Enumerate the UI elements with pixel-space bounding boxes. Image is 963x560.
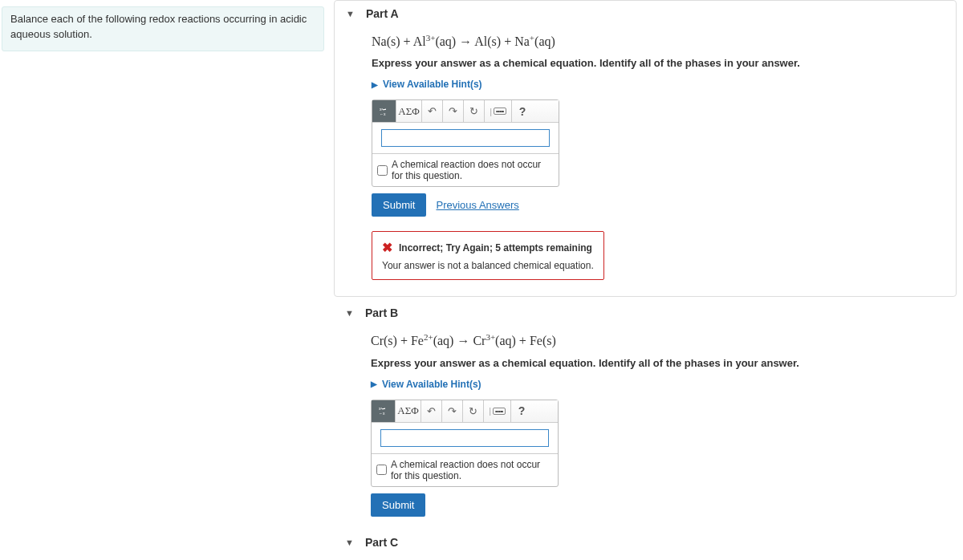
toolbar: x²⇌←x ΑΣΦ ↶ ↷ ↻ |••••• ? <box>372 400 558 423</box>
no-reaction-checkbox[interactable] <box>377 165 388 176</box>
feedback-body: Your answer is not a balanced chemical e… <box>382 260 594 271</box>
reset-button[interactable]: ↻ <box>463 400 484 422</box>
svg-text:←x: ←x <box>379 411 385 416</box>
triangle-right-icon: ▶ <box>372 80 378 89</box>
feedback-title: Incorrect; Try Again; 5 attempts remaini… <box>399 242 592 254</box>
part-a-title: Part A <box>366 7 399 20</box>
no-reaction-row[interactable]: A chemical reaction does not occur for t… <box>372 153 559 186</box>
part-b-header[interactable]: ▼ Part B <box>334 300 957 326</box>
part-b-instruction: Express your answer as a chemical equati… <box>371 357 933 369</box>
part-c-header[interactable]: ▼ Part C <box>334 530 957 555</box>
part-b-equation: Cr(s) + Fe2+(aq) → Cr3+(aq) + Fe(s) <box>371 332 933 348</box>
reset-button[interactable]: ↻ <box>464 100 485 122</box>
greek-symbols-button[interactable]: ΑΣΦ <box>396 100 422 122</box>
chevron-down-icon: ▼ <box>345 538 354 547</box>
no-reaction-checkbox[interactable] <box>376 465 387 475</box>
answer-box-b: x²⇌←x ΑΣΦ ↶ ↷ ↻ |••••• ? A chemical reac… <box>371 400 559 487</box>
previous-answers-link[interactable]: Previous Answers <box>436 199 518 211</box>
view-hints-link[interactable]: ▶ View Available Hint(s) <box>372 79 932 90</box>
no-reaction-row[interactable]: A chemical reaction does not occur for t… <box>372 453 558 486</box>
part-a-equation: Na(s) + Al3+(aq) → Al(s) + Na+(aq) <box>372 33 932 49</box>
view-hints-link[interactable]: ▶ View Available Hint(s) <box>371 379 933 390</box>
answer-input[interactable] <box>380 429 549 447</box>
incorrect-icon: ✖ <box>382 240 392 255</box>
no-reaction-label: A chemical reaction does not occur for t… <box>391 459 553 481</box>
redo-button[interactable]: ↷ <box>442 400 463 422</box>
undo-button[interactable]: ↶ <box>422 100 443 122</box>
feedback-box: ✖ Incorrect; Try Again; 5 attempts remai… <box>372 231 604 280</box>
undo-button[interactable]: ↶ <box>421 400 442 422</box>
equation-editor-button[interactable]: x²⇌←x <box>372 400 396 422</box>
help-button[interactable]: ? <box>512 100 533 122</box>
answer-input[interactable] <box>381 129 550 147</box>
help-button[interactable]: ? <box>511 400 532 422</box>
greek-symbols-button[interactable]: ΑΣΦ <box>396 400 421 422</box>
svg-text:←x: ←x <box>380 112 386 116</box>
intro-text: Balance each of the following redox reac… <box>10 13 307 40</box>
keyboard-button[interactable]: |••••• <box>484 400 511 422</box>
part-a-instruction: Express your answer as a chemical equati… <box>372 57 932 69</box>
chevron-down-icon: ▼ <box>346 9 355 18</box>
toolbar: x²⇌←x ΑΣΦ ↶ ↷ ↻ |••••• ? <box>372 100 559 123</box>
intro-box: Balance each of the following redox reac… <box>2 6 324 51</box>
chevron-down-icon: ▼ <box>345 308 354 318</box>
part-a-header[interactable]: ▼ Part A <box>335 1 956 26</box>
part-b-title: Part B <box>365 306 398 319</box>
triangle-right-icon: ▶ <box>371 379 377 388</box>
equation-editor-button[interactable]: x²⇌←x <box>372 100 396 122</box>
submit-button[interactable]: Submit <box>371 493 425 517</box>
part-c-title: Part C <box>365 536 398 549</box>
hints-label: View Available Hint(s) <box>382 379 482 390</box>
answer-box-a: x²⇌←x ΑΣΦ ↶ ↷ ↻ |••••• ? A chemical reac… <box>372 99 559 187</box>
redo-button[interactable]: ↷ <box>443 100 464 122</box>
hints-label: View Available Hint(s) <box>383 79 482 90</box>
submit-button[interactable]: Submit <box>372 193 426 217</box>
no-reaction-label: A chemical reaction does not occur for t… <box>392 159 554 181</box>
keyboard-button[interactable]: |••••• <box>485 100 512 122</box>
